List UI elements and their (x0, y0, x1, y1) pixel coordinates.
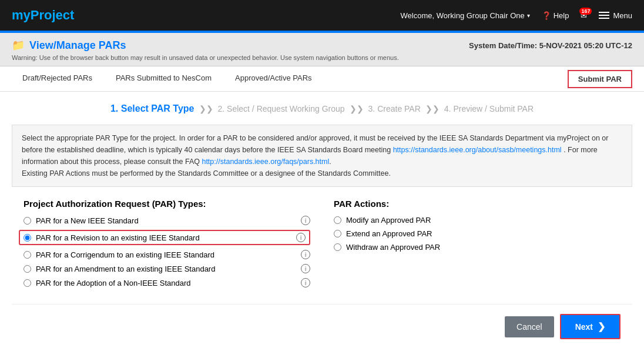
tab-list: Draft/Rejected PARs PARs Submitted to Ne… (12, 66, 568, 91)
info-icon-2[interactable]: i (301, 250, 310, 259)
par-action-extend-label: Extend an Approved PAR (346, 229, 620, 238)
system-date: System Date/Time: 5-NOV-2021 05:20 UTC-1… (469, 41, 632, 50)
welcome-menu[interactable]: Welcome, Working Group Chair One ▾ (401, 11, 530, 20)
info-icon-4[interactable]: i (301, 278, 310, 287)
par-action-extend[interactable]: Extend an Approved PAR (334, 229, 620, 238)
info-icon-0[interactable]: i (301, 216, 310, 225)
par-type-corrigendum-radio[interactable] (24, 251, 31, 259)
app-header: myProject Welcome, Working Group Chair O… (0, 0, 644, 31)
par-type-adoption-label: PAR for the Adoption of a Non-IEEE Stand… (36, 279, 296, 287)
info-line2: before the established deadline, which i… (22, 146, 391, 154)
info-line4: Existing PAR Actions must be performed b… (22, 169, 391, 178)
par-action-withdraw-label: Withdraw an Approved PAR (346, 243, 620, 252)
step-2-label: 2. Select / Request Working Group (218, 104, 345, 113)
hamburger-icon (599, 12, 609, 19)
par-action-withdraw-radio[interactable] (334, 243, 341, 251)
par-types-column: Project Authorization Request (PAR) Type… (24, 199, 310, 292)
app-logo: myProject (12, 8, 401, 23)
par-action-extend-radio[interactable] (334, 230, 341, 237)
next-button[interactable]: Next ❯ (560, 314, 620, 339)
info-link1[interactable]: https://standards.ieee.org/about/sasb/me… (393, 146, 562, 154)
logo-project: Project (31, 8, 75, 22)
cancel-button[interactable]: Cancel (505, 316, 554, 337)
help-button[interactable]: ❓ Help (542, 11, 569, 20)
par-type-amendment-label: PAR for an Amendment to an existing IEEE… (36, 265, 296, 273)
page-title: 📁 View/Manage PARs (12, 39, 126, 52)
info-box: Select the appropriate PAR Type for the … (12, 125, 632, 187)
footer-buttons: Cancel Next ❯ (12, 304, 632, 349)
header-nav: Welcome, Working Group Chair One ▾ ❓ Hel… (401, 11, 633, 20)
next-arrow-icon: ❯ (598, 321, 605, 332)
help-label: Help (554, 11, 569, 20)
question-icon: ❓ (542, 11, 551, 20)
mail-badge: 167 (579, 8, 592, 15)
step-arrow-3: ❯❯ (425, 104, 440, 113)
par-types-title: Project Authorization Request (PAR) Type… (24, 199, 310, 209)
info-icon-1[interactable]: i (296, 233, 306, 242)
par-section: Project Authorization Request (PAR) Type… (12, 199, 632, 292)
par-type-new-radio[interactable] (24, 217, 31, 225)
par-type-amendment-radio[interactable] (24, 265, 31, 273)
step-arrow-1: ❯❯ (199, 104, 213, 113)
next-label: Next (575, 322, 593, 332)
tab-approved-active[interactable]: Approved/Active PARs (224, 66, 323, 91)
step-3-label: 3. Create PAR (368, 104, 421, 113)
par-actions-column: PAR Actions: Modify an Approved PAR Exte… (334, 199, 620, 292)
par-type-revision-radio[interactable] (24, 234, 31, 242)
step-4-label: 4. Preview / Submit PAR (444, 104, 534, 113)
warning-text: Warning: Use of the browser back button … (12, 54, 632, 61)
page-title-text: View/Manage PARs (29, 39, 126, 52)
par-type-adoption-radio[interactable] (24, 279, 31, 287)
tab-submitted-nescom[interactable]: PARs Submitted to NesCom (105, 66, 222, 91)
par-type-revision[interactable]: PAR for a Revision to an existing IEEE S… (19, 230, 310, 245)
par-type-adoption[interactable]: PAR for the Adoption of a Non-IEEE Stand… (24, 278, 310, 287)
par-action-modify-radio[interactable] (334, 216, 341, 224)
menu-label: Menu (613, 11, 632, 20)
par-type-corrigendum[interactable]: PAR for a Corrigendum to an existing IEE… (24, 250, 310, 259)
logo-my: my (12, 8, 31, 22)
main-content: 1. Select PAR Type ❯❯ 2. Select / Reques… (0, 92, 644, 358)
par-action-withdraw[interactable]: Withdraw an Approved PAR (334, 243, 620, 252)
info-icon-3[interactable]: i (301, 264, 310, 273)
menu-button[interactable]: Menu (599, 11, 632, 20)
par-action-modify-label: Modify an Approved PAR (346, 216, 620, 225)
submit-par-button[interactable]: Submit PAR (568, 70, 632, 88)
info-link2[interactable]: http://standards.ieee.org/faqs/pars.html (202, 158, 329, 166)
tab-draft-rejected[interactable]: Draft/Rejected PARs (12, 66, 103, 91)
step-arrow-2: ❯❯ (350, 104, 364, 113)
step-1-label: 1. Select PAR Type (110, 103, 194, 114)
page-header: 📁 View/Manage PARs System Date/Time: 5-N… (0, 33, 644, 66)
par-type-new-label: PAR for a New IEEE Standard (36, 216, 296, 225)
folder-icon: 📁 (12, 39, 25, 52)
par-type-revision-label: PAR for a Revision to an existing IEEE S… (36, 233, 291, 242)
chevron-down-icon: ▾ (527, 12, 530, 19)
par-action-modify[interactable]: Modify an Approved PAR (334, 216, 620, 225)
mail-button[interactable]: ✉ 167 (581, 11, 587, 20)
welcome-text: Welcome, Working Group Chair One (401, 11, 525, 20)
par-type-amendment[interactable]: PAR for an Amendment to an existing IEEE… (24, 264, 310, 273)
par-type-corrigendum-label: PAR for a Corrigendum to an existing IEE… (36, 250, 296, 259)
par-type-new-standard[interactable]: PAR for a New IEEE Standard i (24, 216, 310, 225)
par-actions-title: PAR Actions: (334, 199, 620, 209)
info-line1: Select the appropriate PAR Type for the … (22, 134, 608, 142)
steps-nav: 1. Select PAR Type ❯❯ 2. Select / Reques… (12, 103, 632, 114)
tabs-area: Draft/Rejected PARs PARs Submitted to Ne… (0, 66, 644, 92)
